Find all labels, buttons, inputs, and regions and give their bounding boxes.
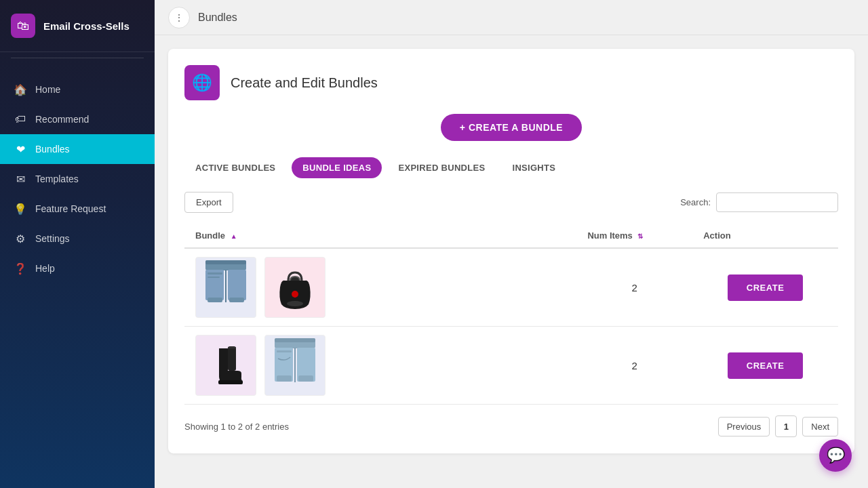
feature-request-icon: 💡 — [14, 202, 27, 216]
svg-rect-21 — [298, 375, 313, 382]
sidebar-item-feature-request[interactable]: 💡 Feature Request — [0, 194, 155, 224]
num-items-cell-2: 2 — [576, 327, 692, 405]
svg-rect-12 — [228, 346, 236, 371]
bundles-icon: ❤ — [14, 142, 27, 156]
tab-expired-bundles[interactable]: EXPIRED BUNDLES — [387, 157, 496, 178]
main-content: ⋮ Bundles 🌐 Create and Edit Bundles + CR… — [155, 0, 868, 488]
sidebar-item-help-label: Help — [35, 263, 55, 274]
table-toolbar: Export Search: — [184, 192, 838, 213]
num-items-cell-1: 2 — [576, 248, 692, 327]
bundles-table: Bundle ▲ Num Items ⇅ Action — [184, 224, 838, 405]
bundle-images-cell-2 — [184, 327, 576, 405]
sidebar-item-help[interactable]: ❓ Help — [0, 253, 155, 283]
sidebar-item-feature-request-label: Feature Request — [35, 203, 106, 214]
card-globe-icon: 🌐 — [184, 65, 220, 100]
tab-bundle-ideas[interactable]: BUNDLE IDEAS — [292, 157, 382, 178]
pagination-row: Showing 1 to 2 of 2 entries Previous 1 N… — [184, 415, 838, 437]
bundle-images-cell-1 — [184, 248, 576, 327]
num-items-value-2: 2 — [632, 360, 637, 371]
sidebar-item-bundles[interactable]: ❤ Bundles — [0, 134, 155, 164]
recommend-icon: 🏷 — [14, 113, 27, 126]
jeans-svg — [202, 260, 250, 314]
sort-icon-num-items: ⇅ — [637, 232, 643, 240]
svg-rect-2 — [228, 270, 246, 300]
sidebar-item-bundles-label: Bundles — [35, 144, 70, 155]
svg-rect-19 — [277, 350, 292, 352]
sidebar-header: 🛍 Email Cross-Sells — [0, 0, 155, 52]
card-title: Create and Edit Bundles — [231, 75, 378, 91]
create-button-1[interactable]: CREATE — [728, 274, 803, 301]
action-cell-1: CREATE — [692, 248, 838, 327]
action-cell-2: CREATE — [692, 327, 838, 405]
card-header: 🌐 Create and Edit Bundles — [184, 65, 838, 100]
page-title: Bundles — [198, 12, 237, 24]
product-image-boot — [195, 335, 256, 396]
tabs-bar: ACTIVE BUNDLES BUNDLE IDEAS EXPIRED BUND… — [184, 157, 838, 178]
search-area: Search: — [680, 192, 838, 212]
product-image-jeans2 — [264, 335, 326, 396]
sidebar-item-templates[interactable]: ✉ Templates — [0, 164, 155, 194]
create-button-2[interactable]: CREATE — [728, 352, 803, 379]
svg-point-11 — [287, 301, 303, 306]
sidebar-item-settings[interactable]: ⚙ Settings — [0, 224, 155, 253]
col-header-bundle[interactable]: Bundle ▲ — [184, 224, 576, 248]
svg-rect-8 — [229, 298, 244, 302]
chat-fab-button[interactable]: 💬 — [819, 439, 852, 472]
previous-page-button[interactable]: Previous — [718, 417, 770, 436]
col-action-label: Action — [703, 230, 730, 241]
create-bundle-button[interactable]: + CREATE A BUNDLE — [441, 114, 582, 141]
bag-svg — [271, 260, 319, 314]
sidebar-item-home-label: Home — [35, 84, 60, 95]
bundle-images-2 — [195, 335, 566, 396]
sidebar-item-home[interactable]: 🏠 Home — [0, 75, 155, 104]
jeans2-svg — [271, 338, 319, 392]
sidebar-nav: 🏠 Home 🏷 Recommend ❤ Bundles ✉ Templates… — [0, 64, 155, 488]
app-logo: 🛍 — [11, 14, 35, 38]
chat-icon: 💬 — [827, 447, 845, 464]
svg-rect-13 — [218, 380, 243, 384]
product-image-jeans — [195, 257, 256, 318]
sort-icon-bundle: ▲ — [231, 232, 237, 240]
svg-rect-7 — [208, 298, 222, 302]
svg-rect-20 — [277, 375, 292, 382]
col-header-action: Action — [692, 224, 838, 248]
topbar-menu-button[interactable]: ⋮ — [168, 7, 190, 28]
product-image-bag — [264, 257, 326, 318]
col-num-items-label: Num Items — [587, 230, 632, 241]
tab-active-bundles[interactable]: ACTIVE BUNDLES — [184, 157, 286, 178]
svg-rect-17 — [275, 338, 315, 342]
sidebar-item-recommend[interactable]: 🏷 Recommend — [0, 104, 155, 134]
sidebar-item-settings-label: Settings — [35, 233, 70, 244]
topbar: ⋮ Bundles — [155, 0, 868, 35]
settings-icon: ⚙ — [14, 232, 27, 245]
bundles-card: 🌐 Create and Edit Bundles + CREATE A BUN… — [168, 49, 854, 453]
page-content: 🌐 Create and Edit Bundles + CREATE A BUN… — [155, 35, 868, 488]
boot-svg — [202, 338, 250, 392]
svg-rect-3 — [205, 260, 246, 264]
showing-text: Showing 1 to 2 of 2 entries — [184, 422, 289, 432]
bundle-images-1 — [195, 257, 566, 318]
svg-rect-6 — [208, 277, 220, 278]
col-bundle-label: Bundle — [195, 230, 225, 241]
home-icon: 🏠 — [14, 83, 27, 96]
templates-icon: ✉ — [14, 172, 27, 186]
export-button[interactable]: Export — [184, 192, 233, 213]
table-row: 2 CREATE — [184, 248, 838, 327]
num-items-value-1: 2 — [632, 282, 637, 293]
svg-rect-5 — [208, 272, 222, 274]
logo-icon: 🛍 — [17, 19, 29, 33]
sidebar-divider — [11, 58, 144, 58]
sidebar: 🛍 Email Cross-Sells 🏠 Home 🏷 Recommend ❤… — [0, 0, 155, 488]
sidebar-item-recommend-label: Recommend — [35, 114, 89, 125]
col-header-num-items[interactable]: Num Items ⇅ — [576, 224, 692, 248]
search-input[interactable] — [716, 192, 838, 212]
table-row: 2 CREATE — [184, 327, 838, 405]
next-page-button[interactable]: Next — [802, 417, 838, 436]
help-icon: ❓ — [14, 262, 27, 275]
pagination-controls: Previous 1 Next — [718, 415, 838, 437]
sidebar-item-templates-label: Templates — [35, 174, 79, 184]
search-label: Search: — [680, 197, 711, 207]
current-page-number[interactable]: 1 — [775, 415, 797, 437]
tab-insights[interactable]: INSIGHTS — [501, 157, 566, 178]
app-name: Email Cross-Sells — [43, 20, 130, 32]
